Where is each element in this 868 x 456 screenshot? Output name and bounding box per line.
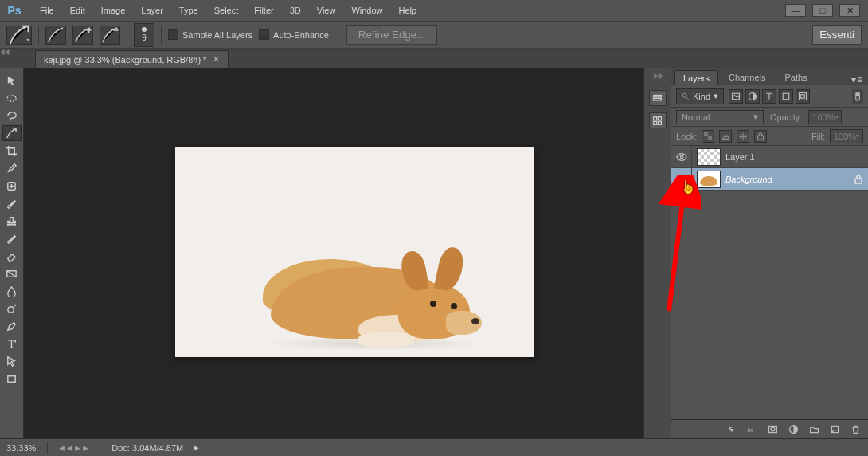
- menu-type[interactable]: Type: [171, 0, 206, 21]
- separator: [161, 26, 162, 45]
- menu-3d[interactable]: 3D: [282, 0, 309, 21]
- swatches-panel-icon[interactable]: [649, 112, 667, 128]
- canvas-content: [451, 303, 457, 309]
- dock-collapse-handle[interactable]: [651, 74, 664, 81]
- document-info[interactable]: Doc: 3.04M/4.87M: [111, 443, 183, 453]
- layer-name-label[interactable]: Layer 1: [725, 152, 849, 162]
- filter-type-icon[interactable]: [762, 89, 776, 104]
- panel-tab-strip: LayersChannelsPaths▾≡: [671, 68, 868, 85]
- layer-thumbnail[interactable]: [697, 148, 721, 166]
- eyedropper-tool[interactable]: [2, 160, 22, 176]
- eraser-tool[interactable]: [2, 248, 22, 264]
- path-select-tool[interactable]: [2, 353, 22, 369]
- new-selection-icon[interactable]: [45, 26, 66, 45]
- zoom-level[interactable]: 33.33%: [6, 443, 36, 453]
- lasso-tool[interactable]: [2, 108, 22, 124]
- active-tool-swatch[interactable]: [6, 26, 32, 45]
- window-minimize-button[interactable]: —: [785, 4, 806, 17]
- document-tab[interactable]: keji.jpg @ 33.3% (Background, RGB/8#) * …: [35, 50, 229, 68]
- chevron-right-icon[interactable]: ▸: [194, 442, 199, 453]
- lock-position-icon[interactable]: [737, 130, 749, 143]
- filter-toggle-switch[interactable]: [852, 89, 863, 104]
- layers-group-icon[interactable]: [807, 423, 820, 436]
- search-icon: [682, 92, 690, 100]
- canvas-area[interactable]: [24, 68, 643, 438]
- window-maximize-button[interactable]: □: [812, 4, 833, 17]
- add-selection-icon[interactable]: [72, 26, 93, 45]
- filter-smart-icon[interactable]: [796, 89, 810, 104]
- type-tool[interactable]: [2, 336, 22, 352]
- gradient-tool[interactable]: [2, 265, 22, 281]
- menu-file[interactable]: File: [32, 0, 62, 21]
- opacity-label: Opacity:: [770, 112, 802, 122]
- layer-filter-kind-dropdown[interactable]: Kind ▾: [676, 88, 724, 104]
- layers-mask-icon[interactable]: [766, 423, 779, 436]
- lock-transparent-icon[interactable]: [702, 130, 714, 143]
- healing-tool[interactable]: [2, 178, 22, 194]
- pen-tool[interactable]: [2, 318, 22, 334]
- checkbox-icon: [259, 29, 269, 40]
- dodge-tool[interactable]: [2, 301, 22, 316]
- refine-edge-button[interactable]: Refine Edge...: [346, 25, 437, 45]
- menu-window[interactable]: Window: [343, 0, 390, 21]
- lock-image-icon[interactable]: [719, 130, 732, 143]
- panel-tab-paths[interactable]: Paths: [776, 69, 816, 85]
- dropdown-arrow-icon: ▾: [714, 91, 718, 101]
- brush-size-picker[interactable]: 9: [134, 23, 154, 47]
- layers-fx-icon[interactable]: fx: [745, 423, 758, 436]
- fill-input[interactable]: 100% ▾: [830, 129, 863, 143]
- crop-tool[interactable]: [2, 143, 22, 159]
- quick-select-tool[interactable]: [2, 125, 22, 141]
- layer-row[interactable]: Layer 1: [671, 146, 868, 168]
- layer-name-label[interactable]: Background: [725, 175, 849, 184]
- lock-all-icon[interactable]: [754, 130, 767, 143]
- history-brush-tool[interactable]: [2, 230, 22, 246]
- rectangle-tool[interactable]: [2, 371, 22, 387]
- layers-link-icon[interactable]: [725, 423, 737, 436]
- filter-pixel-icon[interactable]: [729, 89, 743, 104]
- close-icon[interactable]: ✕: [213, 54, 220, 65]
- menu-filter[interactable]: Filter: [246, 0, 281, 21]
- toolbox-collapse-handle[interactable]: [2, 49, 14, 55]
- layers-new-icon[interactable]: [828, 423, 841, 436]
- layer-visibility-toggle[interactable]: [671, 146, 692, 167]
- window-close-button[interactable]: ✕: [839, 4, 860, 17]
- panel-tab-layers[interactable]: Layers: [674, 70, 718, 85]
- filter-shape-icon[interactable]: [779, 89, 793, 104]
- menu-edit[interactable]: Edit: [62, 0, 93, 21]
- svg-rect-5: [654, 95, 662, 96]
- layers-adjust-icon[interactable]: [787, 423, 800, 436]
- document-canvas[interactable]: [175, 147, 534, 357]
- move-tool[interactable]: [2, 73, 22, 88]
- brush-tool[interactable]: [2, 195, 22, 211]
- panel-menu-icon[interactable]: ▾≡: [846, 74, 868, 85]
- sample-all-layers-label: Sample All Layers: [182, 30, 252, 40]
- menu-layer[interactable]: Layer: [133, 0, 171, 21]
- menu-view[interactable]: View: [309, 0, 344, 21]
- filter-adjust-icon[interactable]: [745, 89, 760, 104]
- cursor-indicator: ☝: [680, 179, 696, 195]
- marquee-tool[interactable]: [2, 90, 22, 106]
- subtract-selection-icon[interactable]: [100, 26, 120, 45]
- stamp-tool[interactable]: [2, 213, 22, 229]
- svg-rect-10: [658, 121, 661, 124]
- canvas-content: [358, 332, 414, 347]
- layer-row[interactable]: Background: [671, 168, 868, 191]
- opacity-input[interactable]: 100% ▾: [808, 110, 842, 124]
- panel-tab-channels[interactable]: Channels: [720, 69, 774, 85]
- blend-mode-dropdown[interactable]: Normal ▾: [676, 110, 764, 124]
- menu-help[interactable]: Help: [391, 0, 425, 21]
- zoom-nav-icons[interactable]: ◀◀▶▶: [59, 444, 88, 452]
- history-panel-icon[interactable]: [649, 90, 667, 106]
- blur-tool[interactable]: [2, 283, 22, 299]
- collapsed-panel-dock: [644, 68, 671, 438]
- right-dock: LayersChannelsPaths▾≡ Kind ▾ Normal ▾: [643, 68, 868, 438]
- svg-rect-9: [654, 121, 657, 124]
- layer-thumbnail[interactable]: [697, 171, 721, 188]
- sample-all-layers-checkbox[interactable]: Sample All Layers: [168, 29, 252, 40]
- menu-select[interactable]: Select: [206, 0, 247, 21]
- auto-enhance-checkbox[interactable]: Auto-Enhance: [259, 29, 329, 40]
- layers-trash-icon[interactable]: [849, 423, 862, 436]
- workspace-switcher-button[interactable]: Essenti: [812, 25, 862, 45]
- menu-image[interactable]: Image: [93, 0, 134, 21]
